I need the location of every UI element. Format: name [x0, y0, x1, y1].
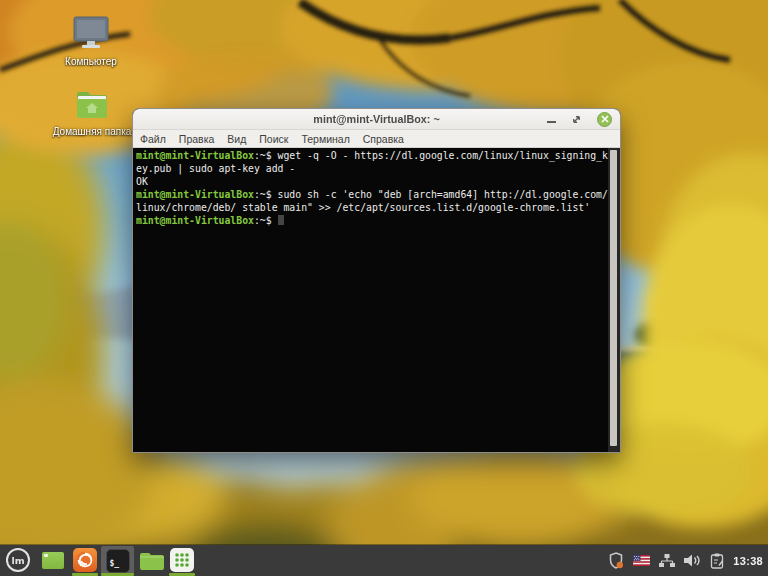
mint-menu-button[interactable]: lm — [6, 548, 30, 572]
desktop-icon-label: Компьютер — [56, 56, 126, 67]
firefox-launcher[interactable] — [73, 548, 97, 576]
software-manager-launcher[interactable] — [170, 548, 194, 572]
volume-icon[interactable] — [684, 554, 701, 567]
terminal-prompt-line: mint@mint-VirtualBox:~$ — [136, 215, 606, 228]
close-button[interactable] — [597, 112, 612, 127]
desktop-icon-home-folder[interactable]: Домашняя папка — [50, 90, 134, 137]
menu-edit[interactable]: Правка — [179, 133, 214, 145]
clock[interactable]: 13:38 — [733, 555, 763, 567]
terminal-line: linux/chrome/deb/ stable main" >> /etc/a… — [136, 202, 606, 215]
minimize-button[interactable] — [547, 121, 556, 123]
terminal-line: mint@mint-VirtualBox:~$ sudo sh -c 'echo… — [136, 189, 606, 202]
terminal-task-active[interactable]: $_ — [101, 546, 134, 575]
show-desktop-button[interactable] — [42, 552, 64, 569]
terminal-app-icon: $_ — [106, 549, 130, 573]
maximize-button[interactable] — [571, 114, 582, 125]
reports-clipboard-icon[interactable] — [710, 553, 724, 569]
terminal-glyph: $_ — [110, 559, 120, 568]
window-titlebar[interactable]: mint@mint-VirtualBox: ~ — [133, 109, 620, 130]
update-shield-icon[interactable] — [608, 552, 624, 569]
terminal-line: ey.pub | sudo apt-key add - — [136, 163, 606, 176]
show-desktop-icon — [42, 552, 64, 569]
terminal-cursor — [278, 215, 284, 225]
mint-logo-text: lm — [11, 555, 24, 566]
keyboard-layout-us-flag-icon[interactable] — [633, 555, 650, 566]
firefox-icon — [73, 548, 97, 572]
desktop-icon-label: Домашняя папка — [50, 126, 134, 137]
desktop-icon-computer[interactable]: Компьютер — [56, 16, 126, 67]
network-icon[interactable] — [659, 554, 675, 568]
close-icon — [601, 115, 609, 123]
system-tray: 13:38 — [608, 545, 763, 576]
menu-view[interactable]: Вид — [227, 133, 246, 145]
menu-search[interactable]: Поиск — [259, 133, 288, 145]
files-launcher[interactable] — [139, 551, 165, 574]
folder-icon — [139, 551, 165, 570]
mint-logo-icon: lm — [6, 548, 30, 572]
menu-help[interactable]: Справка — [363, 133, 404, 145]
menu-file[interactable]: Файл — [140, 133, 166, 145]
desktop-screen: Компьютер Домашняя папка mint@mint-Virtu… — [0, 0, 768, 576]
terminal-window: mint@mint-VirtualBox: ~ Файл Правка Вид … — [132, 108, 621, 453]
terminal-scrollbar[interactable] — [608, 148, 620, 452]
computer-monitor-icon — [71, 16, 111, 50]
menu-terminal[interactable]: Терминал — [301, 133, 349, 145]
terminal-output[interactable]: mint@mint-VirtualBox:~$ wget -q -O - htt… — [133, 148, 620, 452]
taskbar-panel: lm $_ — [0, 545, 768, 576]
terminal-menubar: Файл Правка Вид Поиск Терминал Справка — [133, 130, 620, 148]
software-manager-icon — [170, 548, 194, 572]
scrollbar-thumb[interactable] — [610, 150, 617, 446]
terminal-line: mint@mint-VirtualBox:~$ wget -q -O - htt… — [136, 150, 606, 163]
home-folder-icon — [72, 90, 112, 120]
terminal-line: OK — [136, 176, 606, 189]
